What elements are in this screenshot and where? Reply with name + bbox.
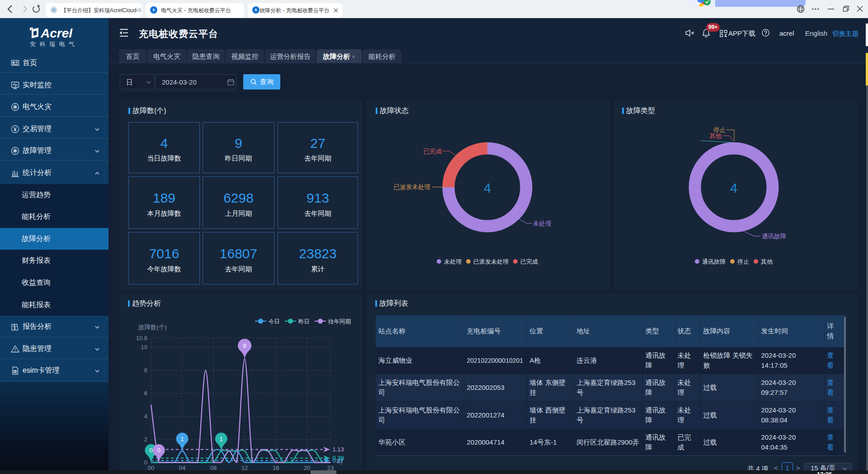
svg-text:已完成: 已完成 <box>424 148 442 155</box>
svg-text:Acrel: Acrel <box>40 27 73 39</box>
svg-text:10.8: 10.8 <box>136 335 147 341</box>
svg-text:9: 9 <box>243 342 246 349</box>
svg-text:4: 4 <box>484 181 491 195</box>
svg-text:1: 1 <box>220 436 223 442</box>
svg-text:已完成: 已完成 <box>520 258 538 265</box>
svg-text:20: 20 <box>304 465 310 470</box>
svg-text:其他: 其他 <box>709 133 722 139</box>
svg-text:6: 6 <box>144 390 147 397</box>
svg-text:通讯故障: 通讯故障 <box>762 233 787 240</box>
svg-text:10: 10 <box>141 344 147 351</box>
svg-text:0: 0 <box>157 447 160 454</box>
svg-text:12: 12 <box>241 465 248 470</box>
svg-text:0: 0 <box>149 447 152 454</box>
svg-text:08: 08 <box>210 465 217 470</box>
svg-text:1.13: 1.13 <box>333 446 344 453</box>
svg-text:故障数(个): 故障数(个) <box>138 324 167 331</box>
svg-text:0: 0 <box>144 459 147 466</box>
svg-text:通讯故障: 通讯故障 <box>702 258 726 265</box>
svg-text:未处理: 未处理 <box>444 258 462 265</box>
svg-text:0.17: 0.17 <box>333 457 344 464</box>
svg-text:04: 04 <box>179 465 185 470</box>
svg-text:8: 8 <box>144 367 147 374</box>
svg-text:其他: 其他 <box>761 258 773 265</box>
svg-text:昨日: 昨日 <box>298 318 310 325</box>
svg-text:往年同期: 往年同期 <box>328 318 351 325</box>
svg-text:1: 1 <box>180 436 184 442</box>
svg-text:未处理: 未处理 <box>533 220 552 227</box>
svg-text:2: 2 <box>144 436 147 443</box>
svg-text:停止: 停止 <box>737 258 749 265</box>
svg-text:23: 23 <box>327 465 334 470</box>
svg-text:已派发未处理: 已派发未处理 <box>394 184 431 190</box>
svg-text:16: 16 <box>273 465 279 470</box>
svg-text:已派发未处理: 已派发未处理 <box>473 258 509 265</box>
svg-text:00: 00 <box>148 465 154 470</box>
svg-text:4: 4 <box>730 181 737 195</box>
svg-text:4: 4 <box>144 413 147 420</box>
svg-text:今日: 今日 <box>269 318 280 325</box>
